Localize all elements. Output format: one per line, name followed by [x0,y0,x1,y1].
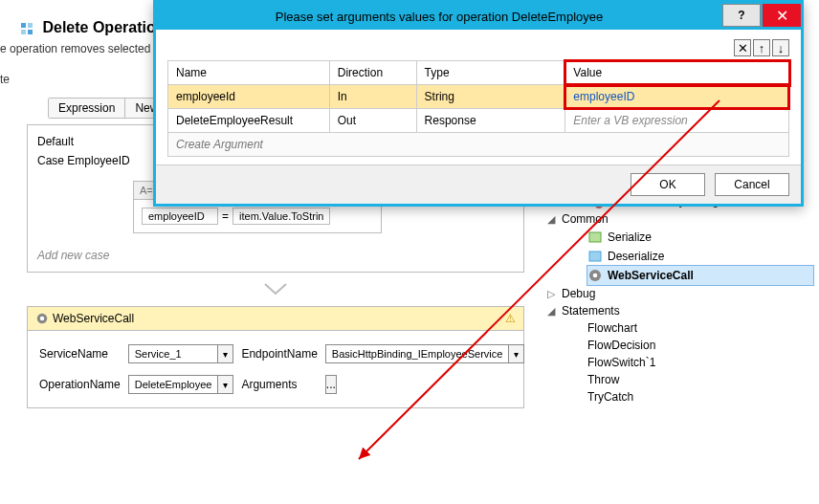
service-combo[interactable]: Service_1▾ [128,344,234,363]
connector [27,280,524,300]
move-down-button[interactable]: ↓ [772,39,789,56]
create-argument-label: Create Argument [168,133,789,157]
col-value[interactable]: Value [565,61,789,85]
tree-label: FlowSwitch`1 [587,356,655,369]
col-type[interactable]: Type [416,61,565,85]
dialog-title: Please set arguments values for operatio… [156,10,722,24]
endpoint-label: EndpointName [237,339,321,369]
activity-tree: CreateCSEntryChangeResult ◢Common Serial… [545,191,813,405]
tree-label: FlowDecision [587,339,655,352]
grid-row[interactable]: DeleteEmployeeResult Out Response Enter … [168,109,789,133]
svg-point-11 [593,274,598,278]
col-direction[interactable]: Direction [329,61,416,85]
cancel-button[interactable]: Cancel [715,173,789,196]
warning-icon: ⚠ [505,312,516,325]
svg-point-5 [40,317,44,320]
operation-value: DeleteEmployee [129,376,218,393]
operation-label: OperationName [35,369,124,400]
operation-combo[interactable]: DeleteEmployee▾ [128,375,234,394]
tree-statements[interactable]: ◢Statements [545,302,813,319]
tree-label: Deserialize [608,250,664,263]
tree-label: WebServiceCall [608,269,694,282]
service-value: Service_1 [129,345,218,362]
workflow-icon [19,21,34,36]
service-label: ServiceName [35,339,124,369]
arguments-dialog: Please set arguments values for operatio… [153,0,804,207]
tree-item[interactable]: Serialize [587,228,813,247]
endpoint-combo[interactable]: BasicHttpBinding_IEmployeeService▾ [325,344,525,363]
assign-value[interactable]: item.Value.ToStrin [232,208,330,225]
chevron-down-icon[interactable]: ▾ [508,345,523,362]
tree-item[interactable]: Flowchart [587,319,813,337]
cell-direction[interactable]: Out [329,109,416,133]
svg-rect-0 [21,23,26,28]
arguments-button[interactable]: ... [325,375,337,394]
cell-name[interactable]: DeleteEmployeeResult [168,109,330,133]
ok-button[interactable]: OK [631,173,705,196]
grid-row[interactable]: employeeId In String employeeID [168,85,789,109]
caret-right-icon[interactable]: ▷ [545,288,557,300]
tree-label: Flowchart [587,321,637,335]
deserialize-icon [587,249,603,264]
serialize-icon [587,230,603,245]
tree-common[interactable]: ◢Common [545,210,813,228]
delete-row-button[interactable]: ✕ [734,39,751,56]
tree-item[interactable]: FlowSwitch`1 [587,354,813,371]
tree-label: Statements [562,304,620,318]
arguments-label: Arguments [237,369,321,400]
assign-eq: = [222,209,229,223]
chevron-down-icon[interactable]: ▾ [217,345,232,362]
cell-type[interactable]: String [416,85,565,109]
cell-direction[interactable]: In [329,85,416,109]
move-up-button[interactable]: ↑ [753,39,770,56]
tree-label: Common [562,212,609,226]
cell-name[interactable]: employeeId [168,85,330,109]
chevron-down-icon [261,280,290,297]
svg-rect-8 [589,232,601,242]
cell-type[interactable]: Response [416,109,565,133]
tree-item[interactable]: FlowDecision [587,337,813,354]
dialog-titlebar[interactable]: Please set arguments values for operatio… [156,3,801,30]
webservicecall-activity[interactable]: WebServiceCall ⚠ ServiceName Service_1▾ … [27,306,524,408]
add-new-case[interactable]: Add new case [37,249,514,262]
help-button[interactable]: ? [722,4,761,27]
tree-item-selected[interactable]: WebServiceCall [587,266,813,285]
svg-rect-9 [589,252,601,261]
cell-value[interactable]: employeeID [565,85,788,108]
svg-rect-3 [28,30,33,34]
close-button[interactable]: ✕ [763,4,801,27]
wsc-title: WebServiceCall [53,312,134,325]
caret-down-icon[interactable]: ◢ [545,305,557,318]
tree-label: Throw [587,373,619,386]
chevron-down-icon[interactable]: ▾ [217,376,232,393]
gear-icon [35,312,49,325]
tree-label: Debug [562,287,595,300]
tab-expression[interactable]: Expression [49,99,125,118]
tree-label: TryCatch [587,390,633,404]
cell-value-placeholder[interactable]: Enter a VB expression [565,109,788,132]
tree-label: Serialize [608,230,652,244]
gear-icon [587,268,603,283]
tree-item[interactable]: Throw [587,371,813,388]
assign-to[interactable]: employeeID [142,208,218,225]
tree-item[interactable]: Deserialize [587,247,813,266]
tree-item[interactable]: TryCatch [587,388,813,405]
create-argument-row[interactable]: Create Argument [168,133,789,157]
endpoint-value: BasicHttpBinding_IEmployeeService [326,345,509,362]
svg-rect-2 [21,30,26,34]
arguments-grid: Name Direction Type Value employeeId In … [167,60,789,157]
caret-down-icon[interactable]: ◢ [545,213,557,226]
col-name[interactable]: Name [168,61,330,85]
tree-debug[interactable]: ▷Debug [545,285,813,302]
svg-rect-1 [28,23,33,28]
